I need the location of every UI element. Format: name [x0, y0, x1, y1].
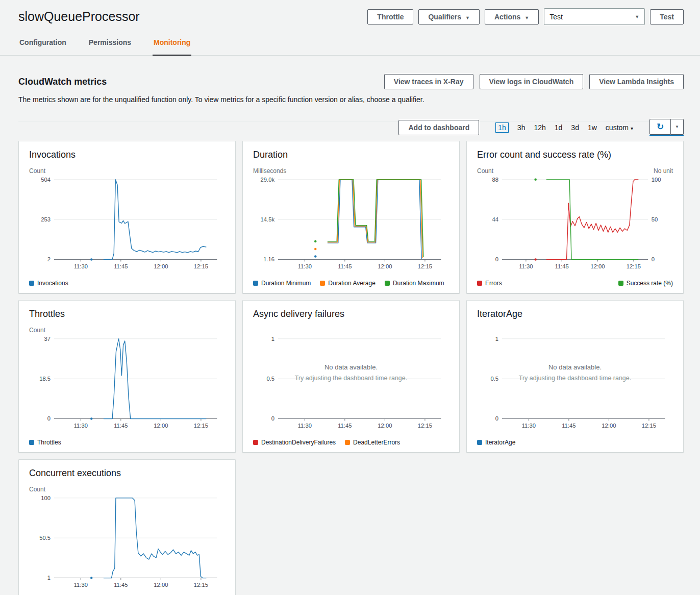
chart-area[interactable]: 10050.5111:3011:4512:0012:15 No data ava…	[29, 494, 225, 594]
svg-text:44: 44	[492, 216, 499, 222]
svg-text:88: 88	[492, 177, 499, 183]
metric-card: Invocations Count 504253211:3011:4512:00…	[18, 141, 236, 293]
time-range-3d[interactable]: 3d	[571, 123, 579, 132]
time-range-3h[interactable]: 3h	[517, 123, 526, 132]
chart-legend: Throttles	[29, 438, 225, 447]
view-lambda-insights-button[interactable]: View Lambda Insights	[589, 74, 684, 89]
refresh-options-button[interactable]: ▼	[671, 119, 684, 135]
legend-item[interactable]: Success rate (%)	[618, 280, 673, 287]
qualifiers-button[interactable]: Qualifiers▼	[418, 9, 480, 24]
axis-unit-row: Count	[29, 327, 225, 334]
axis-unit-row: Count	[29, 167, 225, 175]
svg-text:11:45: 11:45	[114, 263, 128, 269]
lambda-monitoring-page: slowQueueProcessor Throttle Qualifiers▼ …	[0, 0, 700, 595]
legend-label: DestinationDeliveryFailures	[261, 439, 336, 446]
legend-item[interactable]: DestinationDeliveryFailures	[253, 439, 336, 446]
refresh-button[interactable]: ↻	[649, 119, 671, 135]
tab-configuration[interactable]: Configuration	[18, 35, 67, 56]
add-to-dashboard-button[interactable]: Add to dashboard	[398, 120, 479, 135]
legend-item[interactable]: Throttles	[29, 439, 61, 446]
view-logs-cloudwatch-button[interactable]: View logs in CloudWatch	[480, 74, 584, 89]
svg-text:12:15: 12:15	[194, 582, 208, 588]
test-event-select[interactable]: Test▼	[544, 8, 645, 25]
legend-item[interactable]: IteratorAge	[477, 439, 515, 446]
legend-item[interactable]: Duration Maximum	[385, 280, 444, 287]
svg-text:11:45: 11:45	[562, 423, 576, 429]
legend-label: Duration Maximum	[393, 280, 444, 287]
svg-text:11:30: 11:30	[74, 263, 88, 269]
y-axis-unit-label: Milliseconds	[253, 167, 286, 175]
svg-text:37: 37	[44, 336, 51, 342]
metric-chart: 29.0k14.5k1.1611:3011:4512:0012:15	[253, 176, 449, 276]
y-axis-unit-label-right: No unit	[654, 167, 673, 175]
svg-text:1: 1	[271, 336, 274, 342]
axis-unit-row: Milliseconds	[253, 167, 449, 175]
svg-text:12:15: 12:15	[418, 263, 432, 269]
time-range-1d[interactable]: 1d	[555, 123, 563, 132]
actions-label: Actions	[494, 13, 520, 21]
function-header: slowQueueProcessor Throttle Qualifiers▼ …	[0, 0, 700, 25]
legend-item[interactable]: Duration Average	[320, 280, 376, 287]
legend-swatch	[618, 281, 623, 286]
tab-permissions[interactable]: Permissions	[88, 35, 132, 56]
svg-text:12:00: 12:00	[154, 582, 168, 588]
chart-legend: Invocations	[29, 279, 225, 288]
legend-label: DeadLetterErrors	[353, 439, 400, 446]
metric-card: Error count and success rate (%) Count N…	[466, 141, 684, 293]
metric-card: Throttles Count 3718.5011:3011:4512:0012…	[18, 300, 236, 453]
no-data-message: No data available. Try adjusting the das…	[477, 363, 673, 382]
svg-text:12:00: 12:00	[154, 423, 168, 429]
svg-text:0: 0	[495, 415, 498, 422]
svg-text:11:30: 11:30	[74, 423, 88, 429]
test-button[interactable]: Test	[650, 9, 684, 24]
time-range-custom[interactable]: custom▾	[606, 123, 633, 132]
legend-swatch	[29, 440, 34, 445]
legend-label: Errors	[485, 280, 502, 287]
metric-card: Async delivery failures 10.5011:3011:451…	[242, 300, 460, 453]
time-range-1w[interactable]: 1w	[588, 123, 597, 132]
actions-button[interactable]: Actions▼	[485, 9, 539, 24]
legend-label: IteratorAge	[485, 439, 515, 446]
chevron-down-icon: ▼	[465, 15, 470, 20]
view-traces-xray-button[interactable]: View traces in X-Ray	[384, 74, 473, 89]
no-data-line2: Try adjusting the dashboard time range.	[477, 375, 673, 382]
legend-label: Throttles	[37, 439, 61, 446]
chart-area[interactable]: 10.5011:3011:4512:0012:15 No data availa…	[477, 335, 673, 435]
legend-swatch	[477, 440, 482, 445]
legend-item[interactable]: Errors	[477, 280, 502, 287]
time-range-selector: 1h 3h 12h 1d 3d 1w custom▾	[491, 122, 637, 133]
legend-item[interactable]: Invocations	[29, 280, 68, 287]
chart-area[interactable]: 8844010050011:3011:4512:0012:15 No data …	[477, 176, 673, 276]
metric-card-title: Concurrent executions	[29, 468, 225, 479]
throttle-button[interactable]: Throttle	[367, 9, 413, 24]
svg-text:1: 1	[47, 575, 51, 581]
chart-area[interactable]: 3718.5011:3011:4512:0012:15 No data avai…	[29, 335, 225, 435]
metrics-header-actions: View traces in X-Ray View logs in CloudW…	[384, 74, 684, 89]
time-range-12h[interactable]: 12h	[534, 123, 545, 132]
custom-range-label: custom	[606, 123, 629, 132]
legend-item[interactable]: DeadLetterErrors	[345, 439, 400, 446]
time-range-1h[interactable]: 1h	[495, 122, 509, 133]
svg-text:12:00: 12:00	[590, 263, 605, 269]
chart-area[interactable]: 10.5011:3011:4512:0012:15 No data availa…	[253, 335, 449, 435]
axis-unit-row	[477, 327, 673, 334]
svg-text:14.5k: 14.5k	[261, 216, 275, 222]
svg-text:50: 50	[652, 216, 658, 222]
legend-swatch	[320, 281, 325, 286]
chart-area[interactable]: 504253211:3011:4512:0012:15 No data avai…	[29, 176, 225, 276]
chart-area[interactable]: 29.0k14.5k1.1611:3011:4512:0012:15 No da…	[253, 176, 449, 276]
function-name: slowQueueProcessor	[18, 9, 367, 24]
svg-text:2: 2	[47, 256, 51, 262]
legend-swatch	[385, 281, 390, 286]
metrics-description: The metrics shown are for the unqualifie…	[18, 95, 684, 104]
no-data-message: No data available. Try adjusting the das…	[253, 363, 449, 382]
tab-monitoring[interactable]: Monitoring	[153, 35, 191, 56]
metric-card-title: IteratorAge	[477, 309, 673, 319]
metric-card-title: Duration	[253, 150, 449, 160]
axis-unit-row	[253, 327, 449, 334]
svg-text:12:15: 12:15	[194, 423, 208, 429]
metric-card: Duration Milliseconds 29.0k14.5k1.1611:3…	[242, 141, 460, 293]
metric-card-title: Invocations	[29, 150, 225, 160]
svg-text:12:15: 12:15	[194, 263, 208, 269]
legend-item[interactable]: Duration Minimum	[253, 280, 311, 287]
